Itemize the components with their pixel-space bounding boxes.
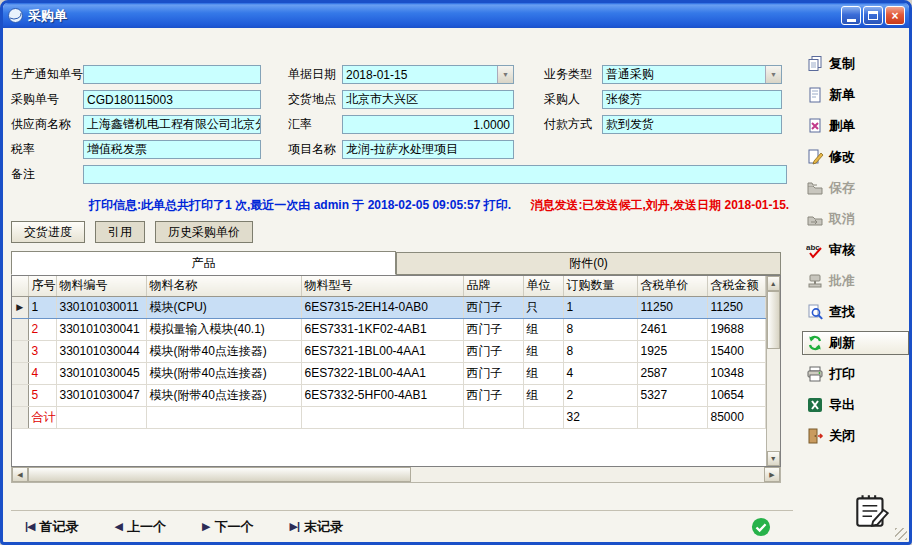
cell[interactable]: 8 <box>563 318 637 340</box>
column-header[interactable]: 物料编号 <box>56 276 146 296</box>
cell[interactable]: 5 <box>28 384 56 406</box>
cell[interactable]: 模块(附带40点连接器) <box>146 384 301 406</box>
cell[interactable]: 330101030011 <box>56 296 146 318</box>
delivery-place-input[interactable]: 北京市大兴区 <box>342 90 514 109</box>
exchange-rate-input[interactable]: 1.0000 <box>342 115 514 134</box>
cell[interactable]: 10348 <box>707 362 765 384</box>
scroll-right-icon[interactable]: ▶ <box>764 467 780 482</box>
chevron-down-icon[interactable]: ▼ <box>765 66 781 83</box>
cell[interactable]: 1 <box>563 296 637 318</box>
remarks-input[interactable] <box>83 165 787 184</box>
column-header[interactable]: 序号 <box>28 276 56 296</box>
cell[interactable]: 15400 <box>707 340 765 362</box>
tab-attachments[interactable]: 附件(0) <box>396 252 781 275</box>
cell[interactable]: 西门子 <box>463 318 523 340</box>
cell[interactable]: 西门子 <box>463 384 523 406</box>
next-record-button[interactable]: ▶下一个 <box>202 518 253 536</box>
cell[interactable]: 5327 <box>637 384 707 406</box>
cell[interactable]: 西门子 <box>463 362 523 384</box>
quote-button[interactable]: 引用 <box>95 221 145 243</box>
cell[interactable]: 组 <box>523 384 563 406</box>
history-price-button[interactable]: 历史采购单价 <box>155 221 253 243</box>
cell[interactable]: 6ES7321-1BL00-4AA1 <box>301 340 463 362</box>
scroll-up-icon[interactable]: ▲ <box>767 276 781 291</box>
column-header[interactable]: 订购数量 <box>563 276 637 296</box>
cell[interactable]: 4 <box>28 362 56 384</box>
column-header[interactable]: 品牌 <box>463 276 523 296</box>
business-type-select[interactable]: 普通采购▼ <box>602 65 782 84</box>
cell[interactable]: 模拟量输入模块(40.1) <box>146 318 301 340</box>
print-button[interactable]: 打印 <box>805 362 909 386</box>
cancel-button[interactable]: 取消 <box>805 207 909 231</box>
minimize-button[interactable] <box>841 6 861 25</box>
column-header[interactable]: 物料型号 <box>301 276 463 296</box>
scroll-left-icon[interactable]: ◀ <box>12 467 28 482</box>
resize-grip[interactable] <box>895 528 907 540</box>
table-row[interactable]: 4330101030045模块(附带40点连接器)6ES7322-1BL00-4… <box>12 362 765 384</box>
cell[interactable]: 西门子 <box>463 340 523 362</box>
last-record-button[interactable]: ▶|末记录 <box>289 518 343 536</box>
column-header[interactable]: 含税金额 <box>707 276 765 296</box>
refresh-button[interactable]: 刷新 <box>802 331 909 355</box>
column-header[interactable]: 含税单价 <box>637 276 707 296</box>
table-row[interactable]: 5330101030047模块(附带40点连接器)6ES7332-5HF00-4… <box>12 384 765 406</box>
cell[interactable]: 6ES7332-5HF00-4AB1 <box>301 384 463 406</box>
horizontal-scrollbar[interactable]: ◀ ▶ <box>11 467 781 483</box>
cell[interactable]: 8 <box>563 340 637 362</box>
tab-products[interactable]: 产品 <box>11 251 396 275</box>
copy-button[interactable]: 复制 <box>805 52 909 76</box>
audit-button[interactable]: abc审核 <box>805 238 909 262</box>
vscroll-thumb[interactable] <box>767 291 781 349</box>
cell[interactable]: 11250 <box>707 296 765 318</box>
cell[interactable]: 11250 <box>637 296 707 318</box>
scroll-down-icon[interactable]: ▼ <box>767 451 781 466</box>
column-header[interactable]: 物料名称 <box>146 276 301 296</box>
export-button[interactable]: 导出 <box>805 393 909 417</box>
new-button[interactable]: 新单 <box>805 83 909 107</box>
cell[interactable]: 1 <box>28 296 56 318</box>
first-record-button[interactable]: |◀首记录 <box>25 518 79 536</box>
cell[interactable]: 模块(附带40点连接器) <box>146 362 301 384</box>
cell[interactable]: 组 <box>523 340 563 362</box>
cell[interactable]: 330101030047 <box>56 384 146 406</box>
table-row[interactable]: ▶1330101030011模块(CPU)6ES7315-2EH14-0AB0西… <box>12 296 765 318</box>
cell[interactable]: 19688 <box>707 318 765 340</box>
hscroll-track[interactable] <box>28 467 764 482</box>
cell[interactable]: 组 <box>523 318 563 340</box>
supplier-input[interactable]: 上海鑫镨机电工程有限公司北京分 <box>83 115 261 134</box>
cell[interactable]: 6ES7322-1BL00-4AA1 <box>301 362 463 384</box>
cell[interactable]: 组 <box>523 362 563 384</box>
chevron-down-icon[interactable]: ▼ <box>497 66 513 83</box>
column-header[interactable]: 单位 <box>523 276 563 296</box>
doc-date-select[interactable]: 2018-01-15▼ <box>342 65 514 84</box>
maximize-button[interactable] <box>863 6 883 25</box>
delivery-progress-button[interactable]: 交货进度 <box>11 221 85 243</box>
production-notice-input[interactable] <box>83 65 261 84</box>
cell[interactable]: 西门子 <box>463 296 523 318</box>
cell[interactable]: 330101030045 <box>56 362 146 384</box>
table-row[interactable]: 3330101030044模块(附带40点连接器)6ES7321-1BL00-4… <box>12 340 765 362</box>
hscroll-thumb[interactable] <box>28 467 411 482</box>
tax-rate-input[interactable]: 增值税发票 <box>83 140 261 159</box>
cell[interactable]: 2587 <box>637 362 707 384</box>
cell[interactable]: 模块(CPU) <box>146 296 301 318</box>
cell[interactable]: 1925 <box>637 340 707 362</box>
cell[interactable]: 10654 <box>707 384 765 406</box>
find-button[interactable]: 查找 <box>805 300 909 324</box>
close-window-button[interactable]: × <box>885 6 905 25</box>
cell[interactable]: 3 <box>28 340 56 362</box>
purchaser-input[interactable]: 张俊芳 <box>602 90 782 109</box>
cell[interactable]: 6ES7331-1KF02-4AB1 <box>301 318 463 340</box>
delete-button[interactable]: 删单 <box>805 114 909 138</box>
cell[interactable]: 330101030044 <box>56 340 146 362</box>
payment-method-input[interactable]: 款到发货 <box>602 115 782 134</box>
cell[interactable]: 2 <box>563 384 637 406</box>
cell[interactable]: 2 <box>28 318 56 340</box>
cell[interactable]: 模块(附带40点连接器) <box>146 340 301 362</box>
previous-record-button[interactable]: ◀上一个 <box>115 518 166 536</box>
cell[interactable]: 2461 <box>637 318 707 340</box>
cell[interactable]: 330101030041 <box>56 318 146 340</box>
po-number-input[interactable]: CGD180115003 <box>83 90 261 109</box>
modify-button[interactable]: 修改 <box>805 145 909 169</box>
cell[interactable]: 6ES7315-2EH14-0AB0 <box>301 296 463 318</box>
